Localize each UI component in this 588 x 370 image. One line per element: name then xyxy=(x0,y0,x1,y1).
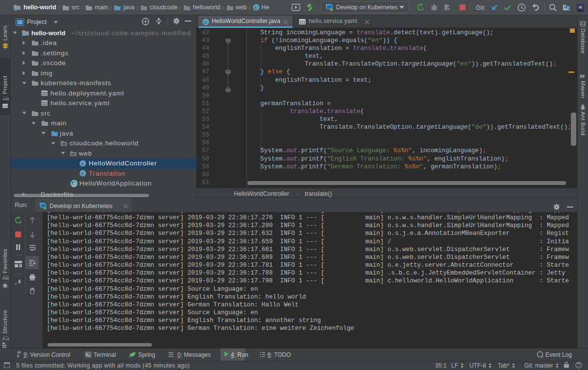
svg-text:C: C xyxy=(204,20,208,25)
svg-text:C: C xyxy=(254,5,258,10)
svg-text:C: C xyxy=(81,161,85,166)
svg-text:C: C xyxy=(81,171,85,176)
svg-text:@: @ xyxy=(72,183,75,186)
